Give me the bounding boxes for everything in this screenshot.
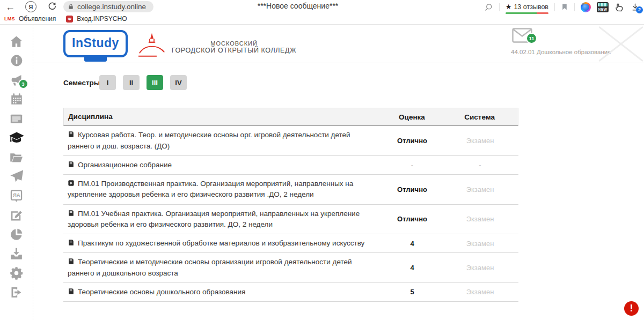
edit-icon	[9, 208, 24, 222]
grade-cell: 4	[383, 234, 442, 252]
header-grade: Оценка	[383, 108, 442, 125]
discipline-cell[interactable]: Практикум по художественной обработке ма…	[63, 234, 383, 252]
course-book-icon	[68, 288, 75, 295]
semester-button-3[interactable]: III	[147, 75, 163, 90]
course-book-icon	[68, 131, 75, 138]
college-name-line1: МОСКОВСКИЙ	[210, 40, 258, 47]
discipline-text: Теоретические основы дошкольного образов…	[78, 288, 245, 296]
sidebar-item-assignments[interactable]	[7, 205, 26, 225]
semesters-label: Семестры	[63, 79, 99, 87]
sidebar-item-settings[interactable]	[7, 263, 26, 282]
semester-buttons: I II III IV	[99, 75, 187, 90]
sidebar-item-calendar[interactable]	[7, 90, 26, 109]
bookmark-inpsycho[interactable]: Вход.INPSYCHO	[77, 15, 127, 23]
messages-badge: 11	[526, 33, 537, 44]
college-name: МОСКОВСКИЙ ГОРОДСКОЙ ОТКРЫТЫЙ КОЛЛЕДЖ	[172, 40, 296, 54]
system-cell: Экзамен	[442, 175, 518, 204]
sidebar-item-statistics[interactable]	[7, 225, 26, 244]
discipline-cell[interactable]: Теоретические и методические основы орга…	[63, 253, 383, 282]
bookmark-announcements[interactable]: Объявления	[19, 15, 56, 23]
bookmarks-bar: LMS Объявления Ψ Вход.INPSYCHO	[0, 14, 644, 24]
page-header: InStudy МОСКОВСКИЙ ГОРОДСКОЙ ОТКРЫТЫЙ КО…	[34, 25, 644, 63]
system-cell: -	[442, 156, 518, 174]
announcements-badge: 3	[18, 79, 28, 89]
system-cell: Экзамен	[442, 234, 518, 252]
new-badge-label: NEW	[598, 8, 607, 12]
alert-icon[interactable]: !	[624, 301, 639, 316]
bookmark-flag-icon[interactable]	[561, 3, 568, 11]
sidebar-item-schedule[interactable]	[7, 109, 26, 128]
sidebar-item-home[interactable]	[7, 32, 26, 51]
logout-icon	[9, 285, 24, 300]
messages-button[interactable]: 11	[512, 28, 532, 43]
star-icon: ★	[506, 4, 512, 10]
discipline-cell[interactable]: Организационное собрание	[63, 156, 383, 174]
sidebar-item-files[interactable]	[7, 147, 26, 167]
discipline-cell[interactable]: Курсовая работа. Теор. и методические ос…	[63, 126, 383, 155]
semester-button-1[interactable]: I	[99, 75, 116, 90]
collections-hand-icon[interactable]	[614, 2, 625, 12]
sidebar-item-dictionary[interactable]: ЯA	[7, 186, 26, 205]
table-row: ПМ.01 Учебная практика. Организация меро…	[63, 205, 518, 235]
discipline-text: ПМ.01 Учебная практика. Организация меро…	[68, 210, 360, 228]
toolbar-right: ★ 13 отзывов NEW	[484, 0, 640, 14]
divider	[554, 3, 555, 11]
close-icon[interactable]	[598, 25, 644, 63]
header-discipline: Дисциплина	[64, 108, 383, 125]
table-row: Теоретические и методические основы орга…	[63, 253, 518, 283]
grade-cell: -	[383, 156, 442, 174]
discipline-cell[interactable]: ПМ.01 Производственная практика. Организ…	[63, 175, 383, 204]
sidebar-item-announcements[interactable]: 3	[7, 70, 26, 90]
discipline-cell[interactable]: Теоретические основы дошкольного образов…	[63, 283, 383, 301]
paper-plane-icon	[9, 169, 24, 184]
college-name-line2: ГОРОДСКОЙ ОТКРЫТЫЙ КОЛЛЕДЖ	[172, 47, 296, 54]
reviews-widget[interactable]: ★ 13 отзывов	[506, 3, 548, 14]
search-icon[interactable]	[484, 3, 493, 12]
discipline-cell[interactable]: ПМ.01 Учебная практика. Организация меро…	[63, 205, 383, 234]
course-book-icon	[68, 161, 75, 168]
sidebar-item-downloads[interactable]	[7, 244, 26, 263]
table-row: Теоретические основы дошкольного образов…	[63, 283, 518, 302]
sidebar-item-messages[interactable]	[7, 167, 26, 186]
logo-group: InStudy МОСКОВСКИЙ ГОРОДСКОЙ ОТКРЫТЫЙ КО…	[63, 30, 296, 59]
screen: ← Я college.instudy.online ***Новое сооб…	[0, 0, 644, 320]
sidebar-item-info[interactable]	[7, 51, 26, 70]
gear-icon	[9, 266, 24, 280]
discipline-text: Курсовая работа. Теор. и методические ос…	[68, 131, 350, 150]
kinopoisk-new-icon[interactable]: NEW	[597, 2, 609, 12]
browser-chrome: ← Я college.instudy.online ***Новое сооб…	[0, 0, 644, 25]
url-bar[interactable]: college.instudy.online	[63, 1, 153, 12]
semester-button-2[interactable]: II	[123, 75, 140, 90]
sidebar-item-logout[interactable]	[7, 282, 26, 302]
home-icon	[9, 34, 24, 49]
address-bar-row: ← Я college.instudy.online ***Новое сооб…	[0, 0, 644, 14]
lock-icon	[68, 3, 74, 10]
system-cell: Экзамен	[442, 253, 518, 282]
discipline-text: Организационное собрание	[78, 161, 172, 169]
discipline-text: Теоретические и методические основы орга…	[68, 258, 352, 277]
semester-button-4[interactable]: IV	[170, 75, 187, 90]
downloads-button[interactable]: 2	[631, 3, 640, 12]
yandex-browser-icon[interactable]: Я	[25, 1, 36, 12]
extension-color-circle-icon[interactable]	[581, 2, 591, 12]
info-icon	[10, 54, 24, 68]
sidebar-item-grades[interactable]	[7, 128, 26, 147]
divider	[499, 3, 500, 11]
discipline-text: Практикум по художественной обработке ма…	[78, 239, 364, 247]
sidebar: 3 ЯA	[0, 25, 33, 320]
table-row: ПМ.01 Производственная практика. Организ…	[63, 175, 518, 205]
program-title: 44.02.01 Дошкольное образование	[511, 49, 601, 55]
course-book-icon	[68, 239, 75, 246]
table-row: Курсовая работа. Теор. и методические ос…	[63, 126, 518, 156]
list-card-icon	[9, 111, 24, 126]
back-button[interactable]: ←	[5, 1, 15, 13]
system-cell: Экзамен	[442, 205, 518, 234]
refresh-button[interactable]	[47, 2, 57, 11]
divider	[574, 3, 575, 11]
college-logo-group: МОСКОВСКИЙ ГОРОДСКОЙ ОТКРЫТЫЙ КОЛЛЕДЖ	[136, 32, 296, 59]
svg-text:ЯA: ЯA	[13, 192, 20, 198]
grade-cell: Отлично	[383, 205, 442, 234]
lms-favicon: LMS	[4, 16, 15, 21]
table-header: Дисциплина Оценка Система	[63, 108, 518, 126]
course-play-icon	[68, 180, 75, 187]
